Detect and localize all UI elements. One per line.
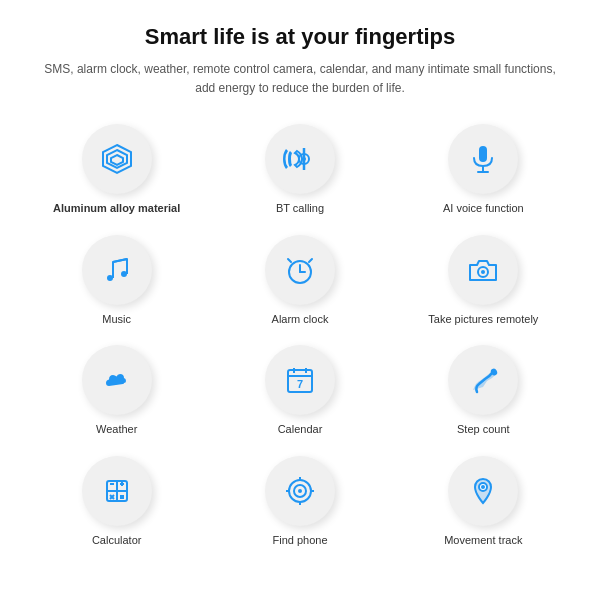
- calculator-label: Calculator: [92, 533, 142, 548]
- step-count-label: Step count: [457, 422, 510, 437]
- feature-find-phone: Find phone: [213, 450, 386, 554]
- movement-track-icon: [465, 473, 501, 509]
- calendar-icon: 7: [282, 362, 318, 398]
- feature-calendar: 7 Calendar: [213, 339, 386, 443]
- svg-marker-2: [111, 155, 123, 165]
- page-header: Smart life is at your fingertips SMS, al…: [0, 0, 600, 108]
- feature-ai-voice: AI voice function: [397, 118, 570, 222]
- calculator-icon: [99, 473, 135, 509]
- calendar-label: Calendar: [278, 422, 323, 437]
- movement-track-label: Movement track: [444, 533, 522, 548]
- take-pictures-label: Take pictures remotely: [428, 312, 538, 327]
- step-count-icon: [465, 362, 501, 398]
- features-grid: Aluminum alloy material BT calling: [0, 108, 600, 564]
- page-title: Smart life is at your fingertips: [40, 24, 560, 50]
- weather-icon: [99, 362, 135, 398]
- find-phone-label: Find phone: [272, 533, 327, 548]
- ai-voice-label: AI voice function: [443, 201, 524, 216]
- movement-track-icon-circle: [448, 456, 518, 526]
- feature-bt-calling: BT calling: [213, 118, 386, 222]
- feature-alarm-clock: Alarm clock: [213, 229, 386, 333]
- svg-line-16: [309, 259, 312, 262]
- aluminum-alloy-icon-circle: [82, 124, 152, 194]
- weather-icon-circle: [82, 345, 152, 415]
- ai-voice-icon: [465, 141, 501, 177]
- feature-music: Music: [30, 229, 203, 333]
- calendar-icon-circle: 7: [265, 345, 335, 415]
- svg-text:7: 7: [297, 378, 303, 390]
- alarm-clock-icon: [282, 252, 318, 288]
- take-pictures-icon: [465, 252, 501, 288]
- aluminum-alloy-label: Aluminum alloy material: [53, 201, 180, 216]
- svg-point-36: [298, 489, 302, 493]
- bt-calling-icon-circle: [265, 124, 335, 194]
- calculator-icon-circle: [82, 456, 152, 526]
- feature-movement-track: Movement track: [397, 450, 570, 554]
- music-label: Music: [102, 312, 131, 327]
- page-description: SMS, alarm clock, weather, remote contro…: [40, 60, 560, 98]
- feature-step-count: Step count: [397, 339, 570, 443]
- bt-calling-icon: [282, 141, 318, 177]
- alarm-clock-icon-circle: [265, 235, 335, 305]
- music-icon: [99, 252, 135, 288]
- svg-point-10: [121, 271, 127, 277]
- take-pictures-icon-circle: [448, 235, 518, 305]
- feature-aluminum-alloy: Aluminum alloy material: [30, 118, 203, 222]
- svg-point-9: [107, 275, 113, 281]
- weather-label: Weather: [96, 422, 137, 437]
- music-icon-circle: [82, 235, 152, 305]
- find-phone-icon-circle: [265, 456, 335, 526]
- feature-take-pictures: Take pictures remotely: [397, 229, 570, 333]
- svg-rect-30: [120, 495, 124, 499]
- svg-point-18: [481, 270, 485, 274]
- feature-weather: Weather: [30, 339, 203, 443]
- feature-calculator: Calculator: [30, 450, 203, 554]
- find-phone-icon: [282, 473, 318, 509]
- step-count-icon-circle: [448, 345, 518, 415]
- svg-line-11: [113, 259, 127, 262]
- svg-line-15: [288, 259, 291, 262]
- ai-voice-icon-circle: [448, 124, 518, 194]
- svg-rect-6: [479, 146, 487, 162]
- svg-point-42: [481, 485, 485, 489]
- alarm-clock-label: Alarm clock: [272, 312, 329, 327]
- bt-calling-label: BT calling: [276, 201, 324, 216]
- aluminum-alloy-icon: [99, 141, 135, 177]
